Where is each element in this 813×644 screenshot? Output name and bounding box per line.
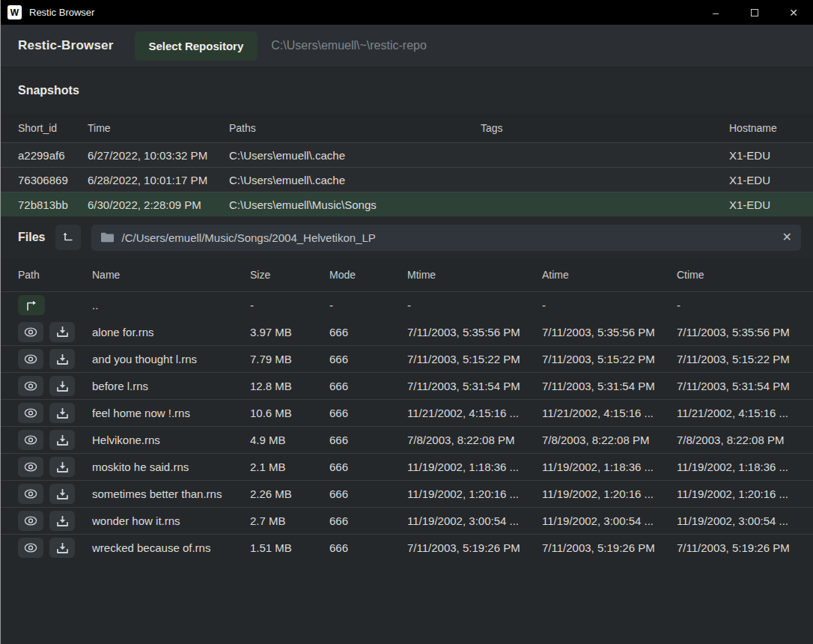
file-size: 2.1 MB xyxy=(250,461,329,473)
file-name: wonder how it.rns xyxy=(92,514,250,527)
file-mode: 666 xyxy=(329,434,407,446)
snapshot-time: 6/27/2022, 10:03:32 PM xyxy=(88,149,229,162)
file-ctime: 11/19/2002, 1:20:16 ... xyxy=(677,487,801,500)
eye-icon xyxy=(24,327,37,337)
file-ctime: 11/19/2002, 3:00:54 ... xyxy=(677,514,801,527)
download-button[interactable] xyxy=(49,511,75,531)
preview-button[interactable] xyxy=(18,376,43,396)
download-button[interactable] xyxy=(49,484,75,504)
file-ctime: 7/11/2003, 5:19:26 PM xyxy=(677,541,801,554)
download-button[interactable] xyxy=(49,430,75,450)
download-button[interactable] xyxy=(49,376,75,396)
file-mtime: 11/19/2002, 1:18:36 ... xyxy=(407,461,542,473)
file-row[interactable]: sometimes better than.rns 2.26 MB 666 11… xyxy=(1,480,813,507)
parent-directory-button[interactable] xyxy=(55,225,81,250)
file-atime: 7/8/2003, 8:22:08 PM xyxy=(542,434,677,446)
download-icon xyxy=(57,543,68,553)
file-row[interactable]: feel home now !.rns 10.6 MB 666 11/21/20… xyxy=(1,399,813,426)
file-row[interactable]: Helvikone.rns 4.9 MB 666 7/8/2003, 8:22:… xyxy=(1,426,813,453)
select-repository-button[interactable]: Select Repository xyxy=(135,31,258,61)
file-atime: 11/21/2002, 4:15:16 ... xyxy=(542,407,677,419)
snapshot-row[interactable]: a2299af6 6/27/2022, 10:03:32 PM C:\Users… xyxy=(1,142,813,167)
file-name: alone for.rns xyxy=(92,326,250,338)
snapshot-short-id: a2299af6 xyxy=(18,149,88,162)
close-button[interactable]: ✕ xyxy=(774,0,813,25)
file-size: 7.79 MB xyxy=(250,353,329,365)
parent-directory-row[interactable]: .. - - - - - xyxy=(1,291,813,318)
snapshot-row-selected[interactable]: 72b813bb 6/30/2022, 2:28:09 PM C:\Users\… xyxy=(1,192,813,216)
wails-logo-icon: W xyxy=(7,5,22,19)
file-mtime: 7/8/2003, 8:22:08 PM xyxy=(407,434,542,446)
file-ctime: - xyxy=(677,299,801,312)
file-atime: 7/11/2003, 5:35:56 PM xyxy=(542,326,677,338)
maximize-icon xyxy=(751,9,758,16)
download-button[interactable] xyxy=(49,457,75,477)
download-button[interactable] xyxy=(49,322,75,342)
file-name: moskito he said.rns xyxy=(92,461,250,473)
snapshot-paths: C:\Users\emuell\Music\Songs xyxy=(229,198,481,211)
file-col-atime: Atime xyxy=(542,269,677,281)
snapshots-table-header: Short_id Time Paths Tags Hostname xyxy=(1,113,813,142)
preview-button[interactable] xyxy=(18,511,43,531)
file-mode: 666 xyxy=(329,380,407,392)
download-button[interactable] xyxy=(49,349,75,369)
download-icon xyxy=(57,408,68,419)
download-button[interactable] xyxy=(49,538,75,558)
download-icon xyxy=(57,516,68,526)
file-row[interactable]: alone for.rns 3.97 MB 666 7/11/2003, 5:3… xyxy=(1,318,813,345)
file-atime: 11/19/2002, 3:00:54 ... xyxy=(542,514,677,527)
file-col-mtime: Mtime xyxy=(407,269,542,281)
file-mode: 666 xyxy=(329,353,407,365)
download-button[interactable] xyxy=(49,403,75,423)
file-ctime: 11/21/2002, 4:15:16 ... xyxy=(677,407,801,419)
files-title: Files xyxy=(18,231,45,244)
file-row[interactable]: moskito he said.rns 2.1 MB 666 11/19/200… xyxy=(1,453,813,480)
file-mtime: - xyxy=(407,299,542,312)
snapshots-section-header: Snapshots xyxy=(1,67,813,113)
file-mode: 666 xyxy=(329,514,407,527)
file-name: before l.rns xyxy=(92,380,250,392)
preview-button[interactable] xyxy=(18,403,43,423)
app-header: Restic-Browser Select Repository C:\User… xyxy=(1,25,813,67)
file-size: 4.9 MB xyxy=(250,434,329,446)
snapshot-time: 6/30/2022, 2:28:09 PM xyxy=(88,198,229,211)
repository-path: C:\Users\emuell\~\restic-repo xyxy=(271,39,427,52)
file-mode: 666 xyxy=(329,326,407,338)
preview-button[interactable] xyxy=(18,349,43,369)
file-mtime: 11/19/2002, 3:00:54 ... xyxy=(407,514,542,527)
file-row[interactable]: before l.rns 12.8 MB 666 7/11/2003, 5:31… xyxy=(1,372,813,399)
go-up-button[interactable] xyxy=(18,295,45,315)
file-row[interactable]: and you thought l.rns 7.79 MB 666 7/11/2… xyxy=(1,345,813,372)
preview-button[interactable] xyxy=(18,322,43,342)
file-atime: - xyxy=(542,299,677,312)
snapshot-short-id: 76306869 xyxy=(18,174,88,186)
preview-button[interactable] xyxy=(18,484,43,504)
file-mode: 666 xyxy=(329,461,407,473)
download-icon xyxy=(57,326,68,337)
file-size: - xyxy=(250,299,329,312)
download-icon xyxy=(57,462,68,473)
eye-icon xyxy=(24,489,37,499)
file-ctime: 7/8/2003, 8:22:08 PM xyxy=(677,434,801,446)
preview-button[interactable] xyxy=(18,457,43,477)
minimize-button[interactable]: – xyxy=(696,0,735,25)
eye-icon xyxy=(24,381,37,391)
file-ctime: 7/11/2003, 5:35:56 PM xyxy=(677,326,801,338)
file-ctime: 11/19/2002, 1:18:36 ... xyxy=(677,461,801,473)
file-mtime: 11/19/2002, 1:20:16 ... xyxy=(407,487,542,500)
snapshot-time: 6/28/2022, 10:01:17 PM xyxy=(88,174,229,186)
snapshot-row[interactable]: 76306869 6/28/2022, 10:01:17 PM C:\Users… xyxy=(1,167,813,192)
file-row[interactable]: wrecked because of.rns 1.51 MB 666 7/11/… xyxy=(1,534,813,561)
file-row[interactable]: wonder how it.rns 2.7 MB 666 11/19/2002,… xyxy=(1,507,813,534)
file-atime: 7/11/2003, 5:15:22 PM xyxy=(542,353,677,365)
clear-path-button[interactable]: ✕ xyxy=(782,231,792,243)
maximize-button[interactable] xyxy=(735,0,774,25)
current-path-input[interactable]: /C/Users/emuell/Music/Songs/2004_Helveti… xyxy=(91,225,801,251)
file-name: Helvikone.rns xyxy=(92,434,250,446)
file-size: 3.97 MB xyxy=(250,326,329,338)
file-col-size: Size xyxy=(250,269,329,281)
preview-button[interactable] xyxy=(18,538,43,558)
file-size: 2.7 MB xyxy=(250,514,329,527)
file-ctime: 7/11/2003, 5:15:22 PM xyxy=(677,353,801,365)
preview-button[interactable] xyxy=(18,430,43,450)
